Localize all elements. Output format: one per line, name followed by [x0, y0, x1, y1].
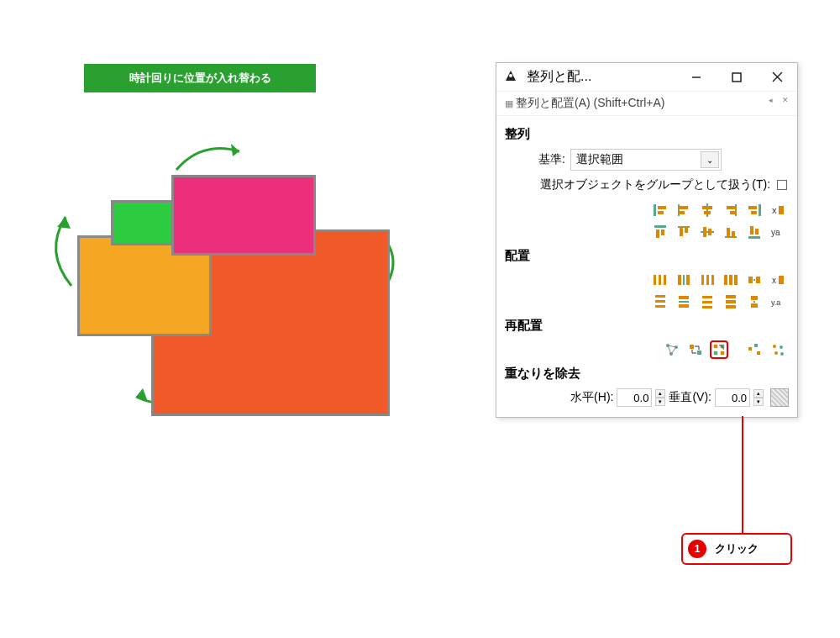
svg-point-90: [773, 345, 776, 348]
svg-rect-11: [658, 211, 664, 214]
svg-rect-45: [678, 275, 681, 285]
dist-text-y-icon[interactable]: y.a: [769, 293, 787, 311]
dist-vcenter-icon[interactable]: [675, 293, 693, 311]
dialog-title: 整列と配...: [525, 68, 676, 86]
close-button[interactable]: [757, 63, 797, 92]
minimize-button[interactable]: [676, 63, 717, 92]
svg-rect-44: [664, 275, 666, 285]
dock-controls[interactable]: ◂ ✕: [769, 96, 792, 104]
svg-rect-22: [748, 206, 757, 209]
dist-left-icon[interactable]: [651, 271, 669, 289]
align-icons-row2: ya: [505, 223, 789, 241]
dist-vgap-icon[interactable]: [722, 293, 740, 311]
svg-rect-48: [701, 275, 704, 285]
treat-as-group-checkbox[interactable]: [777, 180, 787, 190]
svg-rect-17: [704, 211, 711, 214]
align-vcenter-icon[interactable]: [698, 223, 717, 241]
chevron-down-icon: ⌄: [701, 151, 719, 168]
svg-marker-0: [231, 144, 239, 156]
section-distribute-label: 配置: [505, 248, 789, 264]
dist-hcenter-icon[interactable]: [675, 271, 693, 289]
svg-rect-70: [726, 305, 736, 308]
align-text-x-icon[interactable]: x: [769, 201, 787, 219]
rearrange-unclump-icon[interactable]: [769, 340, 787, 359]
svg-rect-67: [702, 306, 712, 308]
remove-overlap-button[interactable]: [770, 388, 789, 407]
shape-pink[interactable]: [171, 175, 316, 256]
treat-as-group-label: 選択オブジェクトをグループとして扱う(T):: [540, 177, 770, 191]
dist-make-vgap-icon[interactable]: [745, 293, 764, 311]
svg-rect-66: [702, 301, 712, 303]
align-hcenter-icon[interactable]: [698, 201, 717, 219]
svg-rect-65: [702, 296, 712, 298]
dist-right-icon[interactable]: [698, 271, 717, 289]
svg-rect-19: [727, 206, 737, 209]
svg-rect-32: [701, 231, 714, 233]
shape-green[interactable]: [111, 200, 180, 245]
rearrange-swap-icon[interactable]: [686, 340, 705, 359]
vert-input[interactable]: [715, 388, 750, 407]
distribute-icons-row2: y.a: [505, 293, 789, 311]
dist-top-icon[interactable]: [651, 293, 669, 311]
horiz-input[interactable]: [617, 388, 652, 407]
align-right-icon[interactable]: [722, 201, 740, 219]
svg-rect-83: [714, 345, 717, 348]
dialog-sub-header: ▦ 整列と配置(A) (Shift+Ctrl+A) ◂ ✕: [496, 92, 797, 116]
svg-rect-59: [655, 295, 665, 298]
svg-rect-30: [680, 226, 683, 236]
svg-text:ya: ya: [771, 228, 780, 237]
align-left-icon[interactable]: [675, 201, 693, 219]
vert-spinner[interactable]: ▴▾: [753, 389, 764, 406]
svg-rect-49: [706, 275, 709, 285]
rearrange-random-icon[interactable]: [745, 340, 764, 359]
rearrange-graph-icon[interactable]: [663, 340, 681, 359]
rearrange-icons-row: [505, 340, 789, 359]
svg-rect-81: [690, 345, 694, 349]
dist-hgap-icon[interactable]: [722, 271, 740, 289]
section-align-label: 整列: [505, 126, 789, 142]
callout-line: [742, 416, 743, 538]
svg-rect-63: [679, 301, 689, 303]
align-left-out-icon[interactable]: [651, 201, 669, 219]
callout-badge: 1: [688, 540, 706, 558]
section-overlap-label: 重なりを除去: [505, 366, 789, 382]
svg-rect-31: [685, 226, 688, 233]
horiz-spinner[interactable]: ▴▾: [655, 389, 665, 406]
dialog-titlebar: 整列と配...: [496, 63, 797, 92]
rearrange-clockwise-icon[interactable]: [710, 340, 728, 359]
svg-rect-39: [750, 226, 753, 235]
align-right-out-icon[interactable]: [745, 201, 764, 219]
svg-rect-88: [754, 344, 758, 347]
svg-rect-6: [732, 73, 741, 82]
svg-rect-38: [748, 236, 760, 239]
svg-rect-82: [697, 351, 701, 355]
svg-text:x: x: [772, 205, 777, 215]
dist-make-hgap-icon[interactable]: [745, 271, 764, 289]
align-text-y-icon[interactable]: ya: [769, 223, 787, 241]
canvas-area: [67, 134, 428, 437]
svg-rect-28: [661, 229, 664, 235]
svg-rect-14: [678, 211, 685, 214]
svg-point-92: [774, 351, 778, 355]
vert-label: 垂直(V):: [669, 390, 711, 405]
svg-rect-58: [779, 276, 784, 284]
dist-bottom-icon[interactable]: [698, 293, 717, 311]
dist-text-x-icon[interactable]: x: [769, 271, 787, 289]
align-bottom-icon[interactable]: [722, 223, 740, 241]
svg-rect-54: [748, 277, 753, 283]
align-top-out-icon[interactable]: [651, 223, 669, 241]
basis-select[interactable]: 選択範囲 ⌄: [570, 149, 722, 171]
svg-rect-15: [706, 203, 708, 217]
svg-rect-37: [732, 231, 735, 238]
maximize-button[interactable]: [717, 63, 757, 92]
align-bottom-out-icon[interactable]: [745, 223, 764, 241]
callout-box: 1 クリック: [681, 533, 792, 565]
svg-rect-9: [654, 204, 656, 216]
svg-rect-71: [751, 296, 758, 300]
svg-rect-85: [714, 351, 717, 355]
svg-rect-87: [748, 347, 752, 351]
svg-rect-64: [679, 304, 689, 308]
svg-rect-16: [702, 206, 712, 209]
align-top-icon[interactable]: [675, 223, 693, 241]
svg-rect-36: [727, 228, 730, 238]
